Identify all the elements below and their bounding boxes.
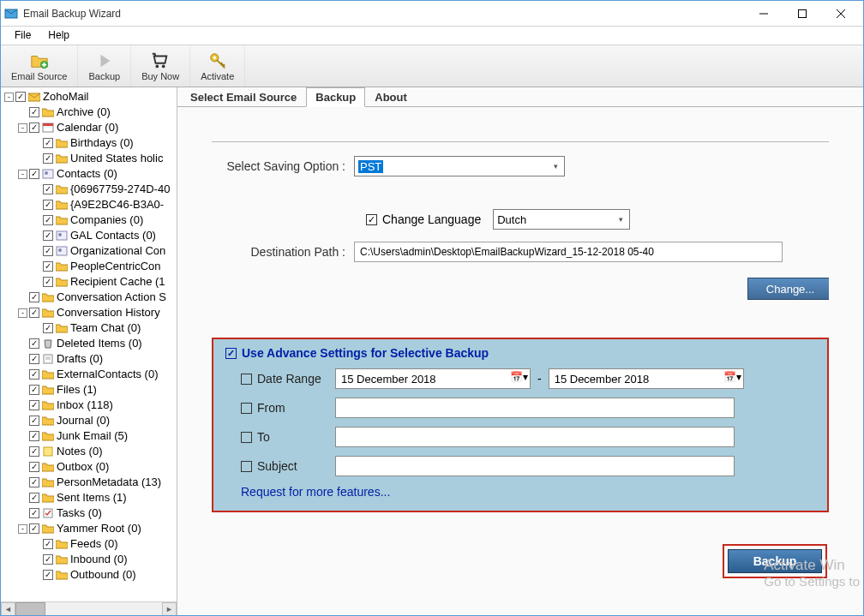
tree-item[interactable]: ✓Team Chat (0): [1, 320, 177, 336]
tree-checkbox[interactable]: ✓: [29, 292, 39, 302]
close-button[interactable]: [821, 1, 860, 26]
saving-option-select[interactable]: PST ▾: [354, 156, 565, 176]
tree-checkbox[interactable]: ✓: [43, 323, 53, 333]
tree-checkbox[interactable]: ✓: [29, 338, 39, 349]
tree-checkbox[interactable]: ✓: [29, 123, 39, 133]
tree-checkbox[interactable]: ✓: [43, 230, 53, 241]
tree-checkbox[interactable]: ✓: [43, 554, 53, 565]
tree-item[interactable]: -✓ZohoMail: [1, 89, 177, 105]
tree-checkbox[interactable]: ✓: [43, 200, 53, 210]
tree-checkbox[interactable]: ✓: [43, 184, 53, 194]
tree-item[interactable]: ✓Inbound (0): [1, 552, 177, 567]
tree-item[interactable]: ✓Organizational Con: [1, 243, 177, 259]
maximize-button[interactable]: [783, 1, 821, 26]
expander-icon[interactable]: -: [18, 123, 27, 133]
scroll-thumb[interactable]: [15, 602, 45, 616]
tree-item[interactable]: ✓Files (1): [1, 382, 177, 398]
tree-h-scrollbar[interactable]: ◄ ►: [1, 601, 177, 616]
tree-checkbox[interactable]: ✓: [29, 369, 39, 380]
tree-item[interactable]: ✓GAL Contacts (0): [1, 228, 177, 243]
tree-checkbox[interactable]: ✓: [29, 508, 39, 518]
scroll-left-button[interactable]: ◄: [1, 602, 15, 616]
tree-checkbox[interactable]: ✓: [29, 385, 39, 395]
destination-input[interactable]: [354, 242, 783, 262]
expander-icon[interactable]: -: [18, 308, 27, 318]
tree-item[interactable]: ✓Outbound (0): [1, 567, 177, 583]
tree-checkbox[interactable]: ✓: [43, 215, 53, 225]
menu-file[interactable]: File: [6, 27, 39, 45]
toolbar-activate[interactable]: Activate: [190, 45, 245, 87]
tree-item[interactable]: ✓Tasks (0): [1, 505, 177, 521]
tree-item[interactable]: ✓Conversation Action S: [1, 290, 177, 305]
date-range-checkbox[interactable]: [241, 374, 252, 385]
advanced-settings-checkbox[interactable]: ✓: [225, 348, 237, 359]
tree-checkbox[interactable]: ✓: [29, 354, 39, 364]
tab-backup[interactable]: Backup: [306, 87, 365, 107]
menu-help[interactable]: Help: [39, 27, 78, 45]
tree-item[interactable]: ✓Deleted Items (0): [1, 336, 177, 351]
tree-item[interactable]: ✓Recipient Cache (1: [1, 274, 177, 290]
tree-item[interactable]: ✓{A9E2BC46-B3A0-: [1, 197, 177, 212]
subject-checkbox[interactable]: [241, 461, 252, 472]
tree-item[interactable]: ✓Feeds (0): [1, 536, 177, 552]
minimize-button[interactable]: [744, 1, 783, 26]
tree-checkbox[interactable]: ✓: [29, 523, 39, 534]
tree-checkbox[interactable]: ✓: [43, 153, 53, 164]
to-checkbox[interactable]: [241, 432, 252, 443]
request-features-link[interactable]: Request for more features...: [241, 485, 812, 499]
change-language-checkbox[interactable]: ✓: [366, 214, 377, 225]
tree-item[interactable]: ✓Inbox (118): [1, 398, 177, 413]
folder-tree[interactable]: -✓ZohoMail✓Archive (0)-✓Calendar (0)✓Bir…: [1, 87, 177, 584]
scroll-right-button[interactable]: ►: [162, 602, 177, 616]
tree-item[interactable]: -✓Yammer Root (0): [1, 521, 177, 536]
tree-item[interactable]: ✓Birthdays (0): [1, 135, 177, 151]
tree-checkbox[interactable]: ✓: [29, 462, 39, 472]
from-input[interactable]: [335, 398, 735, 418]
toolbar-buy-now[interactable]: Buy Now: [131, 45, 190, 87]
tab-select-source[interactable]: Select Email Source: [181, 87, 306, 107]
tree-item[interactable]: ✓ExternalContacts (0): [1, 367, 177, 382]
subject-input[interactable]: [335, 456, 735, 476]
tree-item[interactable]: ✓Junk Email (5): [1, 428, 177, 444]
tree-checkbox[interactable]: ✓: [29, 400, 39, 410]
tree-checkbox[interactable]: ✓: [29, 431, 39, 441]
tree-item[interactable]: ✓{06967759-274D-40: [1, 182, 177, 197]
tree-item[interactable]: ✓PersonMetadata (13): [1, 475, 177, 490]
tree-item[interactable]: -✓Contacts (0): [1, 166, 177, 182]
expander-icon[interactable]: -: [18, 170, 27, 179]
tree-checkbox[interactable]: ✓: [43, 277, 53, 287]
tree-item[interactable]: ✓Notes (0): [1, 444, 177, 459]
backup-button[interactable]: Backup: [728, 549, 822, 573]
change-button[interactable]: Change...: [747, 278, 829, 300]
tree-checkbox[interactable]: ✓: [43, 138, 53, 148]
tree-item[interactable]: ✓Journal (0): [1, 413, 177, 428]
tree-item[interactable]: ✓Archive (0): [1, 105, 177, 120]
tree-checkbox[interactable]: ✓: [29, 107, 39, 117]
expander-icon[interactable]: -: [18, 524, 27, 534]
from-checkbox[interactable]: [241, 403, 252, 414]
tree-checkbox[interactable]: ✓: [15, 92, 26, 102]
tree-checkbox[interactable]: ✓: [43, 261, 53, 272]
date-from-input[interactable]: 15 December 2018📅▾: [335, 368, 531, 389]
tree-item[interactable]: ✓Companies (0): [1, 212, 177, 228]
tree-item[interactable]: -✓Conversation History: [1, 305, 177, 320]
scroll-track[interactable]: [15, 602, 162, 616]
tree-item[interactable]: ✓United States holic: [1, 151, 177, 166]
language-select[interactable]: Dutch ▾: [493, 209, 630, 230]
tree-item[interactable]: ✓PeopleCentricCon: [1, 259, 177, 274]
expander-icon[interactable]: -: [4, 93, 14, 102]
tree-item[interactable]: ✓Outbox (0): [1, 459, 177, 475]
tree-checkbox[interactable]: ✓: [29, 416, 39, 426]
toolbar-backup[interactable]: Backup: [78, 45, 131, 87]
tab-about[interactable]: About: [365, 87, 417, 107]
tree-checkbox[interactable]: ✓: [43, 246, 53, 256]
tree-checkbox[interactable]: ✓: [29, 493, 39, 503]
date-to-input[interactable]: 15 December 2018📅▾: [549, 368, 744, 389]
tree-checkbox[interactable]: ✓: [29, 169, 39, 179]
tree-item[interactable]: -✓Calendar (0): [1, 120, 177, 135]
toolbar-email-source[interactable]: Email Source: [1, 45, 78, 87]
tree-checkbox[interactable]: ✓: [43, 539, 53, 549]
tree-item[interactable]: ✓Sent Items (1): [1, 490, 177, 505]
tree-checkbox[interactable]: ✓: [29, 308, 39, 318]
tree-checkbox[interactable]: ✓: [29, 477, 39, 487]
